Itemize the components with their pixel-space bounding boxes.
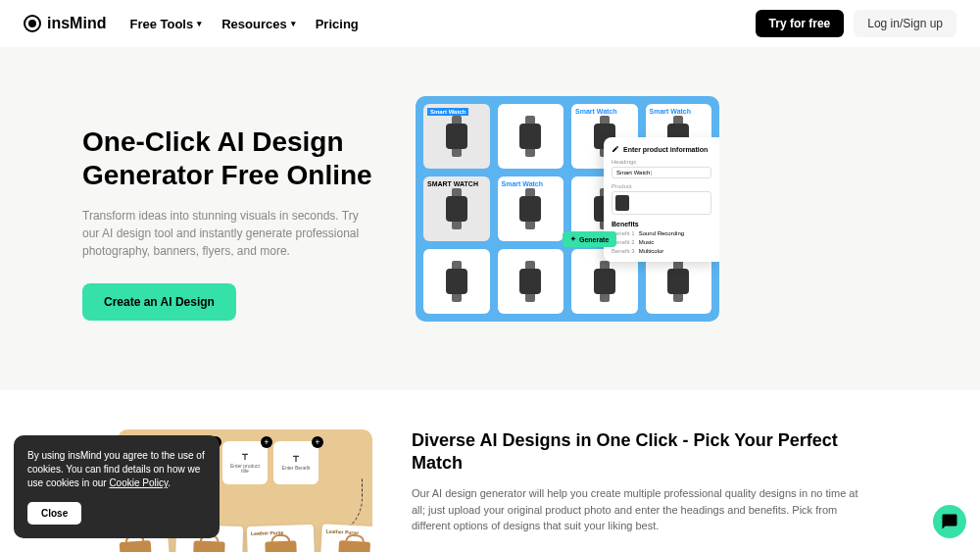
card-label: Smart Watch (575, 108, 617, 115)
chevron-down-icon: ▾ (291, 19, 296, 28)
upload-title-box: + Enter product title (222, 441, 268, 484)
benefit2-value: Music (639, 239, 655, 245)
result-card: Leather Purse (247, 525, 316, 552)
card-label: Smart Watch (650, 108, 692, 115)
product-info-panel: Enter product information Headings Smart… (604, 137, 719, 262)
nav-pricing-label: Pricing (316, 17, 359, 31)
panel-title-text: Enter product information (623, 146, 708, 153)
design-card (498, 249, 564, 314)
logo[interactable]: insMind (24, 15, 106, 32)
bag-icon (338, 540, 370, 552)
headings-field[interactable]: Smart Watch| (612, 167, 711, 178)
card-label: Smart Watch (427, 108, 468, 116)
benefit-row: Benefit 2 Music (612, 239, 711, 245)
section-title: Diverse AI Designs in One Click - Pick Y… (412, 429, 862, 474)
nav-pricing[interactable]: Pricing (316, 17, 359, 31)
text-icon (291, 454, 301, 464)
section-desc-2: If you're looking for beautiful graphics… (412, 548, 862, 553)
main-nav: Free Tools ▾ Resources ▾ Pricing (129, 17, 358, 31)
product-thumb-icon (615, 195, 629, 211)
header-right: Try for free Log in/Sign up (756, 10, 956, 37)
design-card (423, 249, 490, 314)
upload-benefit-label: Enter Benefit (282, 466, 311, 472)
card-label: Smart Watch (502, 180, 544, 187)
hero-title: One-Click AI Design Generator Free Onlin… (82, 125, 376, 191)
plus-icon: + (261, 436, 272, 448)
text-icon (240, 452, 250, 462)
headings-label: Headings (612, 159, 711, 165)
design-card: Smart Watch (423, 104, 490, 169)
try-for-free-button[interactable]: Try for free (756, 10, 845, 37)
headings-value: Smart Watch (616, 170, 650, 176)
hero-section: One-Click AI Design Generator Free Onlin… (0, 47, 980, 390)
watch-icon (446, 269, 467, 294)
watch-icon (519, 124, 541, 149)
watch-icon (446, 196, 467, 222)
header-left: insMind Free Tools ▾ Resources ▾ Pricing (24, 15, 359, 32)
generate-button[interactable]: ✦ Generate (563, 231, 616, 247)
design-card: Smart Watch (498, 176, 564, 241)
section-desc-1: Our AI design generator will help you cr… (412, 485, 862, 534)
create-design-button[interactable]: Create an AI Design (82, 283, 236, 321)
design-card (498, 104, 564, 169)
product-label: Product (612, 183, 711, 189)
upload-title-label: Enter product title (226, 464, 264, 475)
nav-free-tools-label: Free Tools (129, 17, 193, 31)
sparkle-icon: ✦ (570, 235, 576, 243)
hero-description: Transform ideas into stunning visuals in… (82, 207, 376, 260)
watch-icon (594, 269, 615, 294)
chevron-down-icon: ▾ (197, 19, 202, 28)
watch-icon (519, 196, 541, 222)
cookie-close-button[interactable]: Close (27, 502, 81, 525)
benefits-subhead: Benefits (612, 221, 711, 227)
logo-icon (24, 15, 41, 32)
generate-label: Generate (579, 236, 609, 243)
hero-image-mock: Smart Watch Smart Watch Smart Watch SMAR… (416, 96, 719, 322)
nav-resources-label: Resources (221, 17, 286, 31)
section-text: Diverse AI Designs in One Click - Pick Y… (412, 429, 862, 552)
product-thumbnail-box[interactable] (612, 191, 711, 215)
result-card: Leather Purse (318, 524, 372, 552)
cookie-policy-link[interactable]: Cookie Policy (109, 477, 168, 488)
nav-resources[interactable]: Resources ▾ (221, 17, 295, 31)
cookie-period: . (168, 477, 171, 488)
benefit3-label: Benefit 3 (612, 248, 635, 254)
hero-text: One-Click AI Design Generator Free Onlin… (82, 96, 376, 321)
bag-icon (265, 540, 297, 552)
benefit-row: Benefit 1 Sound Recording (612, 230, 711, 236)
nav-free-tools[interactable]: Free Tools ▾ (129, 17, 202, 31)
site-header: insMind Free Tools ▾ Resources ▾ Pricing… (0, 0, 980, 47)
benefit1-value: Sound Recording (639, 230, 684, 236)
panel-title: Enter product information (612, 145, 711, 153)
pencil-icon (612, 145, 619, 153)
section-inner: + + Enter product title + Enter Benefit … (118, 429, 862, 552)
bag-icon (120, 540, 153, 552)
design-card: SMART WATCH (423, 176, 490, 241)
brand-name: insMind (47, 15, 106, 32)
watch-icon (446, 124, 467, 149)
watch-icon (519, 269, 541, 294)
chat-icon (941, 513, 958, 530)
watch-icon (667, 269, 689, 294)
cookie-banner: By using insMind you agree to the use of… (14, 435, 220, 538)
benefit-row: Benefit 3 Multicolor (612, 248, 711, 254)
chat-fab-button[interactable] (933, 505, 966, 538)
login-signup-button[interactable]: Log in/Sign up (854, 10, 956, 37)
card-label: SMART WATCH (427, 180, 478, 187)
upload-benefit-box: + Enter Benefit (273, 441, 318, 484)
plus-icon: + (312, 436, 323, 448)
benefit3-value: Multicolor (639, 248, 664, 254)
hero-inner: One-Click AI Design Generator Free Onlin… (59, 96, 921, 322)
bag-icon (193, 540, 225, 552)
